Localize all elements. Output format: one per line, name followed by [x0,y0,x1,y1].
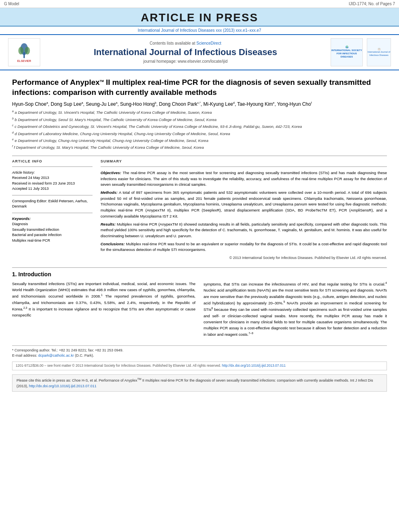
email-line: E-mail address: dcpark@catholic.ac.kr (D… [12,353,387,357]
journal-title-block: Contents lists available at ScienceDirec… [44,41,327,64]
sciencedirect-link[interactable]: ScienceDirect [196,41,221,45]
divider-2 [12,166,93,167]
footnote-section: * Corresponding author. Tel.: +82 31 249… [12,345,387,357]
divider-1 [12,156,387,156]
cite-box: Please cite this article in press as: Ch… [12,374,387,392]
svg-point-3 [25,47,30,54]
methods-para: Methods: A total of 897 specimens from 3… [101,190,387,220]
cite-doi-link[interactable]: http://dx.doi.org/10.1016/j.ijid.2013.07… [29,384,97,388]
elsevier-logo: ELSEVIER [8,38,40,66]
doi-line: International Journal of Infectious Dise… [0,27,399,34]
article-history: Article history: Received 24 May 2013 Re… [12,170,93,192]
journal-header: ELSEVIER Contents lists available at Sci… [0,34,399,70]
article-info-column: ARTICLE INFO Article history: Received 2… [12,159,93,261]
divider-5 [101,166,387,167]
journal-homepage: journal homepage: www.elsevier.com/locat… [44,59,327,64]
intro-para-2: symptoms, that STIs can increase the inf… [204,281,387,337]
introduction-section: 1. Introduction Sexually transmitted inf… [12,267,387,340]
conclusions-para: Conclusions: Multiplex real-time PCR was… [101,241,387,253]
affiliation-b: b b Department of Urology, Seoul St. Mar… [12,117,387,123]
email-link[interactable]: dcpark@catholic.ac.kr [38,353,74,357]
svg-point-2 [19,47,24,54]
article-info-title: ARTICLE INFO [12,159,93,163]
affiliation-c: c c Department of Obstetrics and Gynecol… [12,123,387,129]
isid-logo: 🌍 INTERNATIONAL SOCIETY FOR INFECTIOUS D… [331,38,363,66]
intro-col-right: symptoms, that STIs can increase the inf… [204,281,387,340]
article-title: Performance of AnyplexTM II multiplex re… [12,78,387,97]
divider-4 [12,213,93,213]
top-bar: G Model IJID-1774; No. of Pages 7 [0,0,399,8]
corresponding-editor: Corresponding Editor: Eskild Petersen, A… [12,199,93,210]
affiliation-d: d d Department of Laboratory Medicine, C… [12,131,387,137]
journal-name: International Journal of Infectious Dise… [44,47,327,58]
intro-para-1: Sexually transmitted infections (STIs) a… [12,281,195,318]
doi-link[interactable]: http://dx.doi.org/10.1016/j.ijid.2013.07… [222,364,286,368]
divider-intro [12,267,387,268]
affiliation-f: f f Department of Urology, St. Mary's Ho… [12,144,387,150]
intro-col-left: Sexually transmitted infections (STIs) a… [12,281,195,340]
divider-3 [12,195,93,195]
affiliation-e: e e Department of Urology, Chung-Ang Uni… [12,138,387,144]
intl-journal-logo: 📋 International Journal of Infectious Di… [367,38,391,66]
article-info-summary: ARTICLE INFO Article history: Received 2… [12,159,387,261]
affiliation-a: a a Department of Urology, St. Vincent's… [12,109,387,115]
affiliations: a a Department of Urology, St. Vincent's… [12,109,387,150]
model-number: IJID-1774; No. of Pages 7 [349,2,395,6]
objectives-para: Objectives: The real-time PCR assay is t… [101,170,387,188]
intro-two-col: Sexually transmitted infections (STIs) a… [12,281,387,340]
contents-line: Contents lists available at ScienceDirec… [44,41,327,45]
summary-column: SUMMARY Objectives: The real-time PCR as… [101,159,387,261]
summary-text: Objectives: The real-time PCR assay is t… [101,170,387,261]
g-model-label: G Model [4,2,19,6]
copyright-line: © 2013 International Society for Infecti… [101,255,387,261]
article-in-press-banner: ARTICLE IN PRESS [0,8,399,27]
intro-heading: 1. Introduction [12,271,387,277]
license-bar: 1201-9712/$36.00 – see front matter © 20… [12,362,387,370]
results-para: Results: Multiplex real-time PCR (Anypex… [101,222,387,239]
summary-title: SUMMARY [101,159,387,163]
authors: Hyun-Sop Choea, Dong Sup Leea, Seung-Ju … [12,101,387,107]
main-content: Performance of AnyplexTM II multiplex re… [0,70,399,396]
keywords-section: Keywords: Diagnosis Sexually transmitted… [12,216,93,244]
corresponding-author: * Corresponding author. Tel.: +82 31 249… [12,348,387,352]
